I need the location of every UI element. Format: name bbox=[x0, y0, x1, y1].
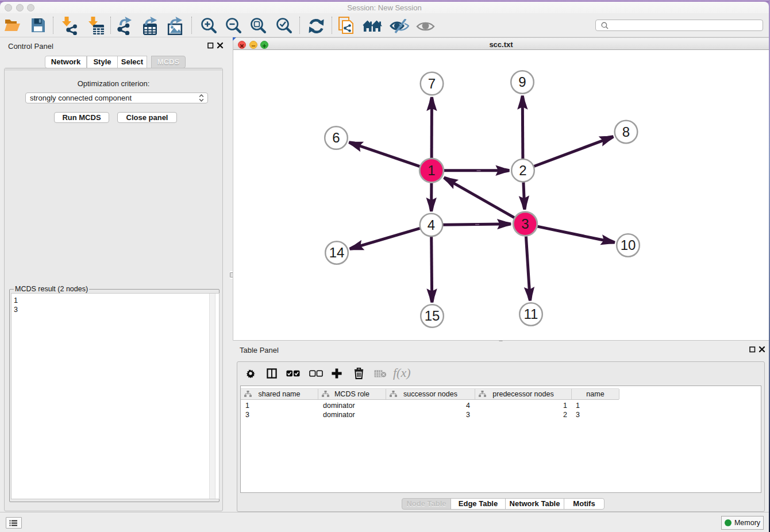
svg-text:7: 7 bbox=[428, 76, 436, 91]
svg-text:11: 11 bbox=[524, 306, 538, 322]
svg-text:4: 4 bbox=[428, 217, 435, 233]
svg-text:14: 14 bbox=[329, 245, 345, 260]
svg-text:2: 2 bbox=[519, 163, 526, 178]
svg-text:9: 9 bbox=[518, 74, 526, 90]
svg-text:3: 3 bbox=[521, 216, 529, 232]
svg-text:1: 1 bbox=[428, 163, 435, 178]
svg-text:10: 10 bbox=[621, 237, 636, 253]
svg-text:8: 8 bbox=[622, 124, 630, 140]
svg-text:15: 15 bbox=[425, 308, 440, 323]
svg-text:6: 6 bbox=[332, 130, 340, 145]
